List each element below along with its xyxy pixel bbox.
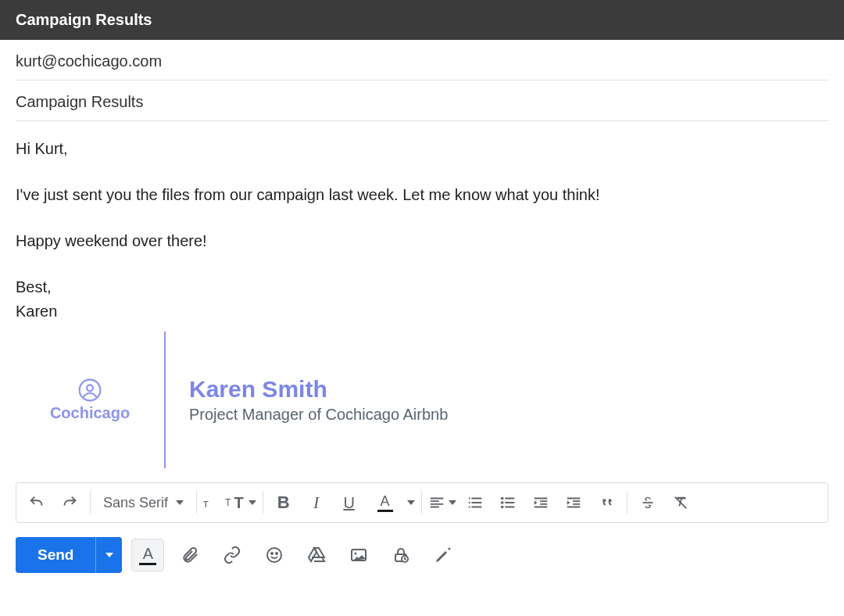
signature-name: Karen Smith — [189, 376, 448, 403]
indent-less-button[interactable] — [527, 489, 555, 517]
font-size-button[interactable]: т TT — [203, 489, 256, 517]
underline-button[interactable]: U — [335, 489, 363, 517]
send-options-button[interactable] — [95, 537, 122, 573]
send-button-group: Send — [16, 537, 122, 573]
redo-button[interactable] — [55, 489, 84, 517]
svg-point-1 — [87, 385, 93, 391]
insert-link-button[interactable] — [216, 539, 249, 571]
confidential-mode-button[interactable] — [384, 539, 417, 571]
signature-title: Project Manager of Cochicago Airbnb — [189, 406, 448, 424]
chevron-down-icon — [106, 553, 113, 557]
undo-button[interactable] — [23, 489, 51, 517]
body-para2: Happy weekend over there! — [16, 229, 828, 253]
undo-icon — [28, 494, 45, 511]
numbered-list-icon — [467, 494, 484, 511]
remove-format-icon — [672, 494, 689, 511]
toggle-formatting-button[interactable]: A — [131, 539, 164, 571]
insert-emoji-button[interactable] — [258, 539, 291, 571]
body-signoff: Best, — [16, 278, 52, 295]
body-para1: I've just sent you the files from our ca… — [16, 183, 828, 207]
link-icon — [223, 546, 241, 564]
quote-button[interactable] — [592, 489, 620, 517]
svg-point-4 — [500, 501, 503, 504]
pen-icon — [434, 546, 452, 564]
subject-field[interactable]: Campaign Results — [16, 81, 828, 121]
insert-photo-button[interactable] — [342, 539, 375, 571]
compose-body[interactable]: Hi Kurt, I've just sent you the files fr… — [0, 121, 844, 324]
attach-file-button[interactable] — [173, 539, 206, 571]
to-value: kurt@cochicago.com — [16, 52, 162, 70]
smile-icon — [265, 546, 284, 564]
svg-point-5 — [500, 506, 503, 509]
compose-title: Campaign Results — [16, 11, 152, 28]
indent-increase-icon — [565, 494, 582, 511]
font-size-icon: т — [203, 494, 220, 511]
chevron-down-icon — [407, 500, 415, 505]
bottom-action-bar: Send A — [0, 523, 844, 573]
signature-logo: Cochicago — [16, 378, 164, 422]
bulleted-list-button[interactable] — [494, 489, 522, 517]
text-format-icon: A — [143, 546, 153, 561]
lock-clock-icon — [392, 546, 410, 564]
send-button[interactable]: Send — [16, 537, 95, 573]
redo-icon — [61, 494, 78, 511]
svg-point-7 — [267, 548, 281, 562]
body-greeting: Hi Kurt, — [16, 137, 828, 161]
svg-point-0 — [80, 380, 101, 401]
insert-drive-button[interactable] — [300, 539, 333, 571]
body-sender: Karen — [16, 303, 57, 320]
compose-header: Campaign Results — [0, 0, 844, 40]
chevron-down-icon — [176, 500, 184, 505]
image-icon — [349, 546, 368, 564]
font-family-label: Sans Serif — [103, 495, 168, 511]
bulleted-list-icon — [499, 494, 517, 511]
svg-point-3 — [500, 497, 503, 500]
quote-icon — [598, 494, 615, 511]
align-left-icon — [428, 494, 445, 511]
indent-decrease-icon — [532, 494, 549, 511]
signature-divider — [164, 331, 166, 468]
drive-icon — [307, 546, 326, 564]
svg-point-9 — [276, 553, 277, 554]
to-field[interactable]: kurt@cochicago.com — [16, 40, 828, 81]
bold-button[interactable]: B — [270, 489, 298, 517]
formatting-toolbar: Sans Serif т TT B I U A — [16, 482, 828, 523]
remove-formatting-button[interactable] — [667, 489, 695, 517]
numbered-list-button[interactable] — [461, 489, 489, 517]
chevron-down-icon — [449, 500, 456, 505]
indent-more-button[interactable] — [560, 489, 588, 517]
align-button[interactable] — [428, 489, 456, 517]
strikethrough-icon — [639, 494, 656, 511]
svg-point-11 — [355, 553, 357, 555]
svg-text:т: т — [203, 497, 209, 510]
svg-point-8 — [271, 553, 273, 554]
italic-button[interactable]: I — [302, 489, 331, 517]
text-color-button[interactable]: A — [368, 489, 415, 517]
strikethrough-button[interactable] — [634, 489, 662, 517]
paperclip-icon — [181, 546, 199, 564]
font-family-picker[interactable]: Sans Serif — [97, 495, 190, 511]
subject-value: Campaign Results — [16, 93, 143, 110]
insert-signature-button[interactable] — [427, 539, 460, 571]
user-circle-icon — [77, 378, 102, 403]
signature-block: Cochicago Karen Smith Project Manager of… — [16, 331, 844, 468]
chevron-down-icon — [249, 500, 256, 505]
signature-brand: Cochicago — [50, 404, 130, 422]
